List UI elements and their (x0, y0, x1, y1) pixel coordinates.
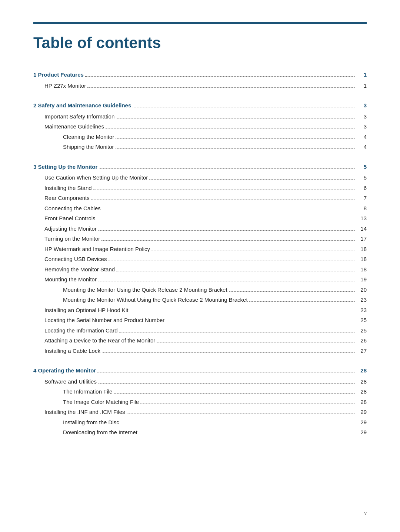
toc-entry-2-0-dots (149, 179, 355, 180)
toc-entry-2-11[interactable]: Mounting the Monitor Using the Quick Rel… (33, 285, 367, 295)
toc-entry-2-15-dots (119, 332, 355, 332)
toc-entry-2-14[interactable]: Locating the Serial Number and Product N… (33, 315, 367, 325)
footer-page-number: v (364, 509, 367, 517)
toc-chapter-4-dots (97, 372, 355, 372)
toc-entry-1-3-label: Shipping the Monitor (63, 142, 114, 152)
toc-entry-2-7[interactable]: HP Watermark and Image Retention Policy1… (33, 244, 367, 254)
toc-entry-2-15-page: 25 (356, 326, 367, 335)
toc-entry-2-1-dots (93, 190, 355, 190)
toc-entry-2-12[interactable]: Mounting the Monitor Without Using the Q… (33, 295, 367, 305)
toc-entry-2-9-page: 18 (356, 265, 367, 274)
toc-entry-2-7-dots (151, 251, 355, 251)
toc-entry-3-4[interactable]: Installing from the Disc29 (33, 418, 367, 427)
toc-entry-0-0-page: 1 (356, 81, 367, 91)
toc-chapter-4[interactable]: 4 Operating the Monitor28 (33, 366, 367, 375)
toc-entry-1-0-label: Important Safety Information (44, 112, 114, 121)
toc-entry-2-5[interactable]: Adjusting the Monitor14 (33, 224, 367, 234)
toc-entry-2-3-page: 8 (356, 204, 367, 213)
toc-entry-2-14-label: Locating the Serial Number and Product N… (44, 315, 164, 325)
toc-entry-2-4[interactable]: Front Panel Controls13 (33, 214, 367, 223)
toc-chapter-3-page: 5 (356, 162, 367, 172)
toc-entry-3-3[interactable]: Installing the .INF and .ICM Files29 (33, 407, 367, 417)
toc-entry-2-2-dots (91, 200, 355, 200)
toc-entry-0-0-dots (87, 87, 355, 88)
toc-entry-2-16[interactable]: Attaching a Device to the Rear of the Mo… (33, 336, 367, 345)
toc-entry-2-2-label: Rear Components (44, 193, 90, 203)
toc-entry-3-4-page: 29 (356, 418, 367, 427)
toc-entry-3-1-page: 28 (356, 387, 367, 397)
toc-entry-2-13[interactable]: Installing an Optional HP Hood Kit23 (33, 305, 367, 315)
toc-entry-2-7-label: HP Watermark and Image Retention Policy (44, 244, 150, 254)
toc-entry-2-8-page: 18 (356, 254, 367, 264)
toc-entry-2-5-page: 14 (356, 224, 367, 234)
toc-entry-2-10[interactable]: Mounting the Monitor19 (33, 275, 367, 284)
title-section: Table of contents (33, 24, 367, 55)
toc-entry-3-5-page: 29 (356, 428, 367, 437)
toc-chapter-2-page: 3 (356, 101, 367, 110)
toc-entry-2-17[interactable]: Installing a Cable Lock27 (33, 346, 367, 356)
toc-entry-3-5-dots (139, 434, 355, 434)
toc-entry-1-3[interactable]: Shipping the Monitor4 (33, 142, 367, 152)
toc-entry-2-6-page: 17 (356, 234, 367, 244)
toc-entry-2-2-page: 7 (356, 193, 367, 203)
toc-entry-2-8[interactable]: Connecting USB Devices18 (33, 254, 367, 264)
toc-entry-2-9-dots (116, 271, 355, 271)
toc-entry-2-15[interactable]: Locating the Information Card25 (33, 326, 367, 335)
toc-chapter-2[interactable]: 2 Safety and Maintenance Guidelines3 (33, 101, 367, 110)
toc-chapter-1-dots (85, 76, 355, 77)
toc-entry-2-11-dots (229, 291, 355, 292)
toc-entry-2-3[interactable]: Connecting the Cables8 (33, 204, 367, 213)
toc-entry-2-2[interactable]: Rear Components7 (33, 193, 367, 203)
toc-entry-2-0[interactable]: Use Caution When Setting Up the Monitor5 (33, 173, 367, 183)
toc-entry-2-1-label: Installing the Stand (44, 183, 92, 193)
toc-entry-2-13-label: Installing an Optional HP Hood Kit (44, 305, 129, 315)
toc-entry-1-1-page: 3 (356, 122, 367, 131)
toc-entry-2-10-page: 19 (356, 275, 367, 284)
toc-entry-2-8-dots (108, 261, 355, 261)
toc-entry-3-2-dots (140, 404, 355, 404)
toc-entry-2-5-dots (98, 230, 355, 231)
toc-entry-1-2-dots (116, 138, 355, 139)
toc-entry-1-0-dots (116, 118, 355, 118)
toc-entry-1-1-dots (106, 128, 355, 128)
toc-entry-1-3-page: 4 (356, 142, 367, 152)
toc-entry-2-17-dots (102, 352, 355, 353)
toc-chapter-3-dots (99, 168, 355, 169)
toc-entry-0-0[interactable]: HP Z27x Monitor1 (33, 81, 367, 91)
toc-entry-2-12-dots (249, 301, 355, 302)
toc-entry-2-5-label: Adjusting the Monitor (44, 224, 97, 234)
toc-entry-3-1-dots (114, 393, 355, 394)
toc-entry-1-0-page: 3 (356, 112, 367, 121)
toc-entry-3-2[interactable]: The Image Color Matching File28 (33, 397, 367, 407)
toc-chapter-3-label: 3 Setting Up the Monitor (33, 162, 97, 172)
toc-entry-3-0[interactable]: Software and Utilities28 (33, 377, 367, 387)
toc-entry-1-3-dots (116, 148, 355, 149)
toc-entry-2-6-label: Turning on the Monitor (44, 234, 100, 244)
toc-entry-2-1[interactable]: Installing the Stand6 (33, 183, 367, 193)
toc-entry-3-3-label: Installing the .INF and .ICM Files (44, 407, 125, 417)
toc-entry-2-0-page: 5 (356, 173, 367, 183)
toc-entry-1-0[interactable]: Important Safety Information3 (33, 112, 367, 121)
page: Table of contents 1 Product Features1HP … (0, 0, 400, 532)
toc-entry-2-17-page: 27 (356, 346, 367, 356)
toc-entry-1-2[interactable]: Cleaning the Monitor4 (33, 132, 367, 142)
toc-entry-3-1[interactable]: The Information File28 (33, 387, 367, 397)
toc-entry-2-11-page: 20 (356, 285, 367, 295)
toc-chapter-1[interactable]: 1 Product Features1 (33, 70, 367, 80)
toc-entry-2-13-page: 23 (356, 305, 367, 315)
toc-entry-3-2-label: The Image Color Matching File (63, 397, 139, 407)
toc-chapter-4-label: 4 Operating the Monitor (33, 366, 96, 375)
toc-entry-2-6[interactable]: Turning on the Monitor17 (33, 234, 367, 244)
toc-entry-3-3-dots (127, 414, 355, 414)
toc-entry-2-8-label: Connecting USB Devices (44, 254, 107, 264)
toc-entry-3-1-label: The Information File (63, 387, 112, 397)
toc-entry-2-9[interactable]: Removing the Monitor Stand18 (33, 265, 367, 274)
toc-chapter-3[interactable]: 3 Setting Up the Monitor5 (33, 162, 367, 172)
page-title: Table of contents (33, 30, 367, 55)
toc-entry-2-16-page: 26 (356, 336, 367, 345)
toc-entry-1-1[interactable]: Maintenance Guidelines3 (33, 122, 367, 131)
toc-entry-2-16-label: Attaching a Device to the Rear of the Mo… (44, 336, 155, 345)
toc-chapter-4-page: 28 (356, 366, 367, 375)
toc-entry-3-5[interactable]: Downloading from the Internet29 (33, 428, 367, 437)
toc-entry-2-12-label: Mounting the Monitor Without Using the Q… (63, 295, 248, 305)
